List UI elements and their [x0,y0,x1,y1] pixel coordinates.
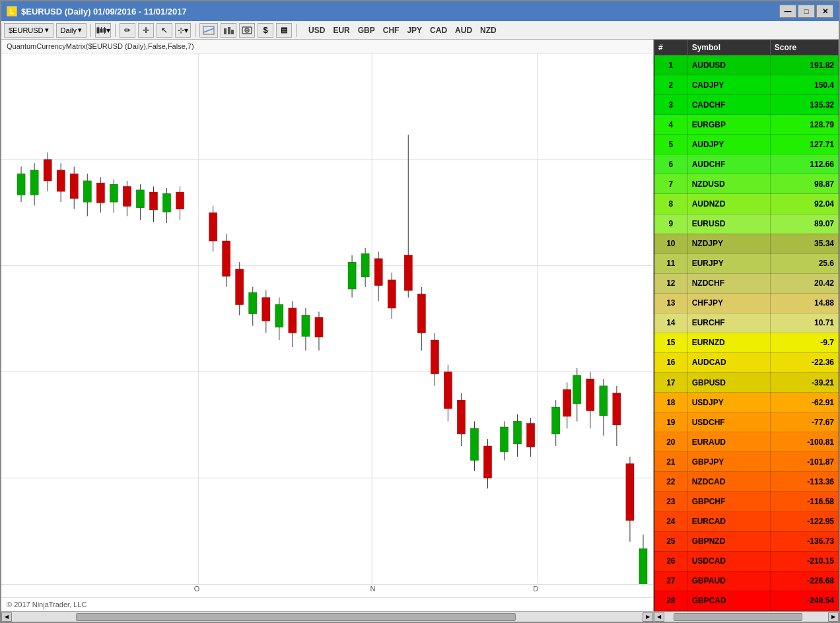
svg-rect-33 [83,181,91,202]
chart-canvas[interactable] [1,53,653,584]
matrix-row-1[interactable]: 1AUDUSD191.82 [654,55,839,75]
currency-btn-cad[interactable]: CAD [427,24,450,36]
svg-rect-67 [348,262,356,289]
matrix-row-2[interactable]: 2CADJPY150.4 [654,75,839,95]
matrix-row-10[interactable]: 10NZDJPY35.34 [654,234,839,253]
svg-point-13 [246,29,248,31]
matrix-row-19[interactable]: 19USDCHF-77.67 [654,412,839,432]
scroll-right-btn[interactable]: ▶ [643,612,653,622]
minimize-button[interactable]: — [779,5,796,18]
matrix-scroll-track[interactable] [666,612,827,622]
dropdown-arrow-icon: ▾ [106,26,110,35]
matrix-row-23[interactable]: 23GBPCHF-116.58 [654,492,839,511]
matrix-row-8[interactable]: 8AUDNZD92.04 [654,194,839,214]
settings-btn[interactable]: ▤ [276,23,292,38]
matrix-symbol: EURUSD [687,214,770,234]
matrix-rank: 16 [654,352,688,372]
matrix-row-16[interactable]: 16AUDCAD-22.36 [654,352,839,372]
scroll-thumb[interactable] [76,613,516,621]
crosshair-btn[interactable]: ✛ [138,23,154,38]
screenshot-btn[interactable] [239,23,255,38]
currency-btn-nzd[interactable]: NZD [477,24,499,36]
timeframe-dropdown[interactable]: Daily ▾ [56,23,87,38]
matrix-symbol: EURJPY [687,253,770,273]
matrix-score: 25.6 [770,253,838,273]
select-btn[interactable]: ⊹ ▾ [175,23,191,38]
matrix-row-27[interactable]: 27GBPAUD-226.68 [654,571,839,591]
pointer-btn[interactable]: ↖ [157,23,172,38]
matrix-symbol: EURNZD [687,333,770,352]
matrix-row-18[interactable]: 18USDJPY-62.91 [654,393,839,412]
matrix-scroll-thumb[interactable] [674,613,802,621]
matrix-row-26[interactable]: 26USDCAD-210.15 [654,551,839,571]
svg-rect-49 [209,213,217,241]
copyright: © 2017 NinjaTrader, LLC [1,597,653,611]
svg-rect-59 [275,305,283,327]
matrix-symbol: GBPCHF [687,492,770,511]
svg-rect-85 [470,428,478,460]
matrix-row-13[interactable]: 13CHFJPY14.88 [654,293,839,313]
matrix-symbol: USDCHF [687,412,770,432]
matrix-score: -136.73 [770,531,838,551]
currency-btn-gbp[interactable]: GBP [355,24,378,36]
matrix-row-9[interactable]: 9EURUSD89.07 [654,214,839,234]
matrix-row-7[interactable]: 7NZDUSD98.87 [654,174,839,194]
draw-tool-btn[interactable]: ✏ [120,23,135,38]
currency-btn-aud[interactable]: AUD [452,24,475,36]
matrix-score: 89.07 [770,214,838,234]
matrix-row-11[interactable]: 11EURJPY25.6 [654,253,839,273]
matrix-row-28[interactable]: 28GBPCAD-248.54 [654,591,839,610]
indicator-btn[interactable] [199,23,218,38]
bar-chart-btn[interactable] [221,23,236,38]
matrix-row-15[interactable]: 15EURNZD-9.7 [654,333,839,352]
separator-1 [90,24,91,37]
matrix-score: 150.4 [770,75,838,95]
matrix-row-17[interactable]: 17GBPUSD-39.21 [654,373,839,393]
matrix-scroll-left[interactable]: ◀ [654,612,664,622]
matrix-rank: 4 [654,115,688,135]
matrix-row-6[interactable]: 6AUDCHF112.66 [654,154,839,174]
matrix-rank: 19 [654,412,688,432]
scroll-left-btn[interactable]: ◀ [1,612,12,622]
matrix-row-3[interactable]: 3CADCHF135.32 [654,95,839,115]
matrix-rank: 1 [654,55,688,75]
matrix-score: 35.34 [770,234,838,253]
svg-rect-10 [231,30,234,34]
currency-buttons: USDEURGBPCHFJPYCADAUDNZD [306,24,499,36]
matrix-rank: 7 [654,174,688,194]
chart-type-btn[interactable]: ▾ [95,23,111,38]
matrix-row-5[interactable]: 5AUDJPY127.71 [654,135,839,154]
svg-rect-25 [30,170,38,195]
svg-rect-45 [162,193,170,212]
screenshot-icon [242,26,252,35]
matrix-symbol: NZDJPY [687,234,770,253]
matrix-row-25[interactable]: 25GBPNZD-136.73 [654,531,839,551]
matrix-row-21[interactable]: 21GBPJPY-101.87 [654,452,839,472]
dollar-btn[interactable]: $ [258,23,273,38]
matrix-scrollbar[interactable]: ◀ ▶ [654,611,839,622]
currency-btn-usd[interactable]: USD [306,24,328,36]
currency-btn-chf[interactable]: CHF [380,24,402,36]
symbol-dropdown[interactable]: $EURUSD ▾ [4,23,53,38]
matrix-row-12[interactable]: 12NZDCHF20.42 [654,273,839,293]
matrix-row-22[interactable]: 22NZDCAD-113.36 [654,472,839,492]
currency-btn-jpy[interactable]: JPY [404,24,425,36]
matrix-rank: 26 [654,551,688,571]
scroll-track[interactable] [13,612,641,622]
matrix-row-14[interactable]: 14EURCHF10.71 [654,313,839,333]
chart-svg [1,53,653,584]
matrix-row-4[interactable]: 4EURGBP128.79 [654,115,839,135]
main-content: QuantumCurrencyMatrix($EURUSD (Daily),Fa… [1,40,839,622]
time-label-n: N [370,585,376,593]
chart-scrollbar-h[interactable]: ◀ ▶ [1,611,653,622]
matrix-symbol: USDCAD [687,551,770,571]
matrix-row-24[interactable]: 24EURCAD-122.95 [654,511,839,531]
close-button[interactable]: ✕ [816,5,833,18]
time-label-d: D [533,585,538,593]
svg-rect-93 [527,424,535,447]
currency-btn-eur[interactable]: EUR [330,24,352,36]
matrix-row-20[interactable]: 20EURAUD-100.81 [654,432,839,452]
matrix-symbol: AUDNZD [687,194,770,214]
matrix-scroll-right[interactable]: ▶ [828,612,839,622]
maximize-button[interactable]: □ [798,5,815,18]
